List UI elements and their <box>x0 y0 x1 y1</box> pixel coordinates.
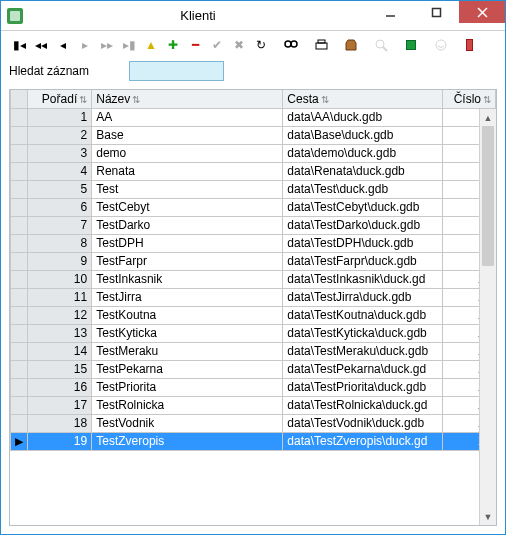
table-row[interactable]: 1AAdata\AA\duck.gdb1 <box>11 108 496 126</box>
cell-nazev: demo <box>92 144 283 162</box>
row-marker <box>11 198 28 216</box>
row-marker <box>11 270 28 288</box>
table-row[interactable]: 9TestFarprdata\TestFarpr\duck.gdb9 <box>11 252 496 270</box>
col-nazev[interactable]: Název⇅ <box>92 90 283 108</box>
table-row[interactable]: 17TestRolnickadata\TestRolnicka\duck.gd1… <box>11 396 496 414</box>
cell-cesta: data\AA\duck.gdb <box>283 108 443 126</box>
cell-poradi: 2 <box>27 126 92 144</box>
row-marker <box>11 396 28 414</box>
table-row[interactable]: 12TestKoutnadata\TestKoutna\duck.gdb12 <box>11 306 496 324</box>
table-row[interactable]: 7TestDarkodata\TestDarko\duck.gdb7 <box>11 216 496 234</box>
cell-cesta: data\TestDarko\duck.gdb <box>283 216 443 234</box>
delete-icon[interactable]: ━ <box>185 35 205 55</box>
cancel-icon[interactable]: ✖ <box>229 35 249 55</box>
table-row[interactable]: 15TestPekarnadata\TestPekarna\duck.gd15 <box>11 360 496 378</box>
data-grid[interactable]: Pořadí⇅ Název⇅ Cesta⇅ Číslo⇅ 1AAdata\AA\… <box>9 89 497 526</box>
table-row[interactable]: 5Testdata\Test\duck.gdb5 <box>11 180 496 198</box>
table-row[interactable]: 18TestVodnikdata\TestVodnik\duck.gdb18 <box>11 414 496 432</box>
cell-poradi: 4 <box>27 162 92 180</box>
search-input[interactable] <box>129 61 224 81</box>
svg-point-4 <box>285 41 291 47</box>
row-marker <box>11 288 28 306</box>
scroll-thumb[interactable] <box>482 126 494 266</box>
table-row[interactable]: 11TestJirradata\TestJirra\duck.gdb11 <box>11 288 496 306</box>
row-marker <box>11 216 28 234</box>
svg-point-5 <box>291 41 297 47</box>
row-marker <box>11 378 28 396</box>
table-row[interactable]: 8TestDPHdata\TestDPH\duck.gdb8 <box>11 234 496 252</box>
scroll-up-icon[interactable]: ▲ <box>480 109 496 126</box>
app-icon <box>7 8 23 24</box>
edit-icon[interactable]: ▲ <box>141 35 161 55</box>
window-buttons <box>367 1 505 30</box>
print-icon[interactable] <box>311 35 331 55</box>
cell-cesta: data\TestFarpr\duck.gdb <box>283 252 443 270</box>
row-marker <box>11 414 28 432</box>
row-marker <box>11 108 28 126</box>
tool-icon[interactable] <box>341 35 361 55</box>
last-record-icon[interactable]: ▸▮ <box>119 35 139 55</box>
table-row[interactable]: 14TestMerakudata\TestMeraku\duck.gdb14 <box>11 342 496 360</box>
col-marker[interactable] <box>11 90 28 108</box>
cell-nazev: TestPekarna <box>92 360 283 378</box>
sort-icon: ⇅ <box>132 94 140 105</box>
cell-nazev: TestJirra <box>92 288 283 306</box>
row-marker: ▶ <box>11 432 28 450</box>
svg-rect-11 <box>407 41 415 49</box>
book-icon[interactable] <box>401 35 421 55</box>
find-icon[interactable] <box>281 35 301 55</box>
col-poradi[interactable]: Pořadí⇅ <box>27 90 92 108</box>
first-record-icon[interactable]: ▮◂ <box>9 35 29 55</box>
col-cesta[interactable]: Cesta⇅ <box>283 90 443 108</box>
cell-cesta: data\TestCebyt\duck.gdb <box>283 198 443 216</box>
table-row[interactable]: 6TestCebytdata\TestCebyt\duck.gdb6 <box>11 198 496 216</box>
prev-page-icon[interactable]: ◂◂ <box>31 35 51 55</box>
minimize-button[interactable] <box>367 1 413 23</box>
exit-icon[interactable] <box>461 35 481 55</box>
search-label: Hledat záznam <box>9 64 89 78</box>
prev-record-icon[interactable]: ◂ <box>53 35 73 55</box>
row-marker <box>11 252 28 270</box>
cell-poradi: 19 <box>27 432 92 450</box>
grid-table: Pořadí⇅ Název⇅ Cesta⇅ Číslo⇅ 1AAdata\AA\… <box>10 90 496 451</box>
cell-poradi: 7 <box>27 216 92 234</box>
save-icon[interactable]: ✔ <box>207 35 227 55</box>
row-marker <box>11 144 28 162</box>
cell-poradi: 17 <box>27 396 92 414</box>
col-cislo[interactable]: Číslo⇅ <box>443 90 496 108</box>
table-row[interactable]: 13TestKytickadata\TestKyticka\duck.gdb13 <box>11 324 496 342</box>
cell-nazev: TestKyticka <box>92 324 283 342</box>
cell-poradi: 14 <box>27 342 92 360</box>
scroll-down-icon[interactable]: ▼ <box>480 508 496 525</box>
maximize-button[interactable] <box>413 1 459 23</box>
smile-icon[interactable] <box>431 35 451 55</box>
cell-cesta: data\TestDPH\duck.gdb <box>283 234 443 252</box>
app-window: Klienti ▮◂ ◂◂ ◂ ▸ ▸▸ ▸▮ ▲ ✚ ━ ✔ ✖ ↻ <box>0 0 506 535</box>
table-row[interactable]: 2Basedata\Base\duck.gdb2 <box>11 126 496 144</box>
cell-cesta: data\TestJirra\duck.gdb <box>283 288 443 306</box>
row-marker <box>11 126 28 144</box>
cell-nazev: AA <box>92 108 283 126</box>
close-button[interactable] <box>459 1 505 23</box>
cell-cesta: data\TestZveropis\duck.gd <box>283 432 443 450</box>
next-record-icon[interactable]: ▸ <box>75 35 95 55</box>
next-page-icon[interactable]: ▸▸ <box>97 35 117 55</box>
table-row[interactable]: 3demodata\demo\duck.gdb3 <box>11 144 496 162</box>
table-row[interactable]: 4Renatadata\Renata\duck.gdb4 <box>11 162 496 180</box>
cell-nazev: TestVodnik <box>92 414 283 432</box>
cell-cesta: data\TestVodnik\duck.gdb <box>283 414 443 432</box>
cell-nazev: TestPriorita <box>92 378 283 396</box>
row-marker <box>11 342 28 360</box>
zoom-icon[interactable] <box>371 35 391 55</box>
sort-icon: ⇅ <box>79 94 87 105</box>
cell-nazev: TestRolnicka <box>92 396 283 414</box>
add-icon[interactable]: ✚ <box>163 35 183 55</box>
cell-cesta: data\TestPekarna\duck.gd <box>283 360 443 378</box>
svg-rect-14 <box>467 40 472 50</box>
table-row[interactable]: ▶19TestZveropisdata\TestZveropis\duck.gd… <box>11 432 496 450</box>
cell-poradi: 10 <box>27 270 92 288</box>
table-row[interactable]: 10TestInkasnikdata\TestInkasnik\duck.gd1… <box>11 270 496 288</box>
refresh-icon[interactable]: ↻ <box>251 35 271 55</box>
vertical-scrollbar[interactable]: ▲ ▼ <box>479 109 496 525</box>
table-row[interactable]: 16TestPrioritadata\TestPriorita\duck.gdb… <box>11 378 496 396</box>
